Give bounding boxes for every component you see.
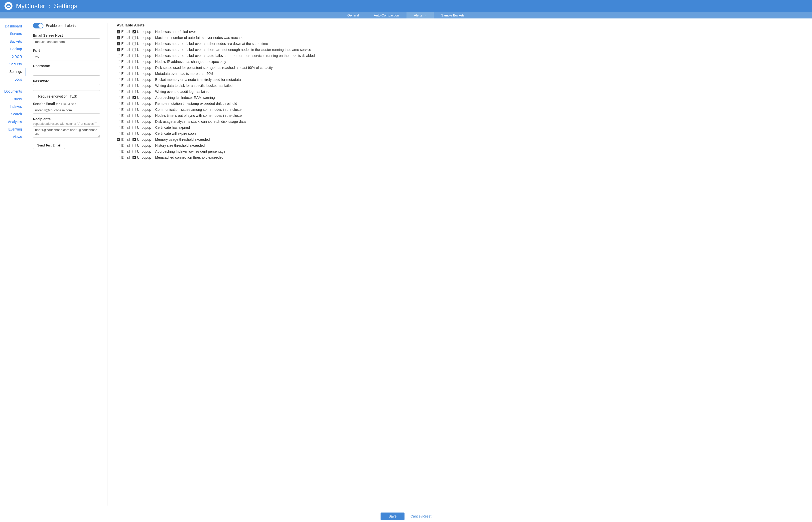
sidebar-item-eventing[interactable]: Eventing xyxy=(0,125,25,133)
sidebar-item-query[interactable]: Query xyxy=(0,95,25,103)
svg-rect-2 xyxy=(8,5,8,5)
alert-row: EmailUI popupCertificate will expire soo… xyxy=(117,132,805,136)
sidebar-item-documents[interactable]: Documents xyxy=(0,87,25,95)
alert-email-checkbox[interactable]: Email xyxy=(117,72,130,76)
tls-checkbox[interactable] xyxy=(33,95,36,98)
alert-email-checkbox[interactable]: Email xyxy=(117,60,130,64)
enable-email-alerts-toggle[interactable] xyxy=(33,23,43,28)
alert-popup-checkbox[interactable]: UI popup xyxy=(133,60,151,64)
alert-description: History size threshold exceeded xyxy=(155,143,205,147)
alert-email-checkbox[interactable]: Email xyxy=(117,132,130,136)
alert-popup-checkbox[interactable]: UI popup xyxy=(133,89,151,94)
alert-row: EmailUI popupRemote mutation timestamp e… xyxy=(117,102,805,105)
alert-popup-checkbox[interactable]: UI popup xyxy=(133,138,151,141)
tab-auto-compaction[interactable]: Auto-Compaction xyxy=(366,12,406,18)
alert-description: Node was auto-failed-over xyxy=(155,30,196,34)
alert-popup-checkbox[interactable]: UI popup xyxy=(133,72,151,76)
tab-general[interactable]: General xyxy=(340,12,366,18)
alert-popup-checkbox[interactable]: UI popup xyxy=(133,143,151,147)
sidebar-item-dashboard[interactable]: Dashboard xyxy=(0,22,25,30)
alert-popup-checkbox[interactable]: UI popup xyxy=(133,149,151,154)
alert-description: Bucket memory on a node is entirely used… xyxy=(155,78,241,82)
alert-email-checkbox[interactable]: Email xyxy=(117,84,130,87)
recipients-input[interactable] xyxy=(33,126,100,138)
svg-rect-3 xyxy=(9,5,9,5)
alert-email-checkbox[interactable]: Email xyxy=(117,138,130,141)
sidebar-item-servers[interactable]: Servers xyxy=(0,30,25,37)
sidebar-item-xdcr[interactable]: XDCR xyxy=(0,53,25,60)
alert-email-checkbox[interactable]: Email xyxy=(117,143,130,147)
alert-email-checkbox[interactable]: Email xyxy=(117,125,130,129)
alert-description: Certificate will expire soon xyxy=(155,132,196,136)
app-logo xyxy=(4,2,13,10)
alert-email-checkbox[interactable]: Email xyxy=(117,114,130,118)
alert-popup-checkbox[interactable]: UI popup xyxy=(133,102,151,105)
alert-popup-checkbox[interactable]: UI popup xyxy=(133,156,151,159)
alert-popup-checkbox[interactable]: UI popup xyxy=(133,42,151,46)
sidebar-item-backup[interactable]: Backup xyxy=(0,45,25,53)
cluster-name[interactable]: MyCluster xyxy=(16,2,45,10)
host-input[interactable] xyxy=(33,38,100,45)
sender-input[interactable] xyxy=(33,107,100,114)
enable-email-alerts-label: Enable email alerts xyxy=(46,24,76,28)
port-input[interactable] xyxy=(33,54,100,60)
alert-popup-checkbox[interactable]: UI popup xyxy=(133,54,151,58)
sidebar-item-analytics[interactable]: Analytics xyxy=(0,118,25,125)
tab-alerts[interactable]: Alerts ⌄ xyxy=(406,12,434,18)
alert-row: EmailUI popupDisk space used for persist… xyxy=(117,66,805,69)
alert-popup-checkbox[interactable]: UI popup xyxy=(133,114,151,118)
username-input[interactable] xyxy=(33,69,100,76)
save-button[interactable]: Save xyxy=(381,513,405,520)
alert-description: Remote mutation timestamp exceeded drift… xyxy=(155,102,237,105)
alert-popup-checkbox[interactable]: UI popup xyxy=(133,66,151,69)
sidebar-item-buckets[interactable]: Buckets xyxy=(0,38,25,45)
alert-email-checkbox[interactable]: Email xyxy=(117,149,130,154)
alert-popup-checkbox[interactable]: UI popup xyxy=(133,96,151,100)
breadcrumb: MyCluster › Settings xyxy=(16,2,77,10)
alert-email-checkbox[interactable]: Email xyxy=(117,107,130,112)
alert-popup-checkbox[interactable]: UI popup xyxy=(133,84,151,87)
alert-email-checkbox[interactable]: Email xyxy=(117,102,130,105)
sidebar-item-search[interactable]: Search xyxy=(0,110,25,118)
alert-popup-checkbox[interactable]: UI popup xyxy=(133,125,151,129)
send-test-email-button[interactable]: Send Test Email xyxy=(33,142,65,149)
alert-email-checkbox[interactable]: Email xyxy=(117,36,130,40)
page-title: Settings xyxy=(54,2,77,10)
sidebar-item-security[interactable]: Security xyxy=(0,60,25,68)
alert-description: Communication issues among some nodes in… xyxy=(155,107,243,112)
alert-email-checkbox[interactable]: Email xyxy=(117,89,130,94)
alert-popup-checkbox[interactable]: UI popup xyxy=(133,107,151,112)
alert-row: EmailUI popupWriting data to disk for a … xyxy=(117,84,805,87)
sidebar-item-settings[interactable]: Settings xyxy=(0,68,25,75)
alert-email-checkbox[interactable]: Email xyxy=(117,78,130,82)
alert-email-checkbox[interactable]: Email xyxy=(117,96,130,100)
alert-email-checkbox[interactable]: Email xyxy=(117,42,130,46)
sender-label: Sender Email the FROM field xyxy=(33,102,100,106)
alert-description: Certificate has expired xyxy=(155,125,190,129)
alert-email-checkbox[interactable]: Email xyxy=(117,66,130,69)
alert-row: EmailUI popupApproaching Indexer low res… xyxy=(117,149,805,154)
alert-email-checkbox[interactable]: Email xyxy=(117,156,130,159)
tab-sample-buckets[interactable]: Sample Buckets xyxy=(434,12,472,18)
alert-popup-checkbox[interactable]: UI popup xyxy=(133,78,151,82)
password-input[interactable] xyxy=(33,84,100,91)
alert-row: EmailUI popupNode was not auto-failed-ov… xyxy=(117,54,805,58)
alert-popup-checkbox[interactable]: UI popup xyxy=(133,120,151,123)
alert-email-checkbox[interactable]: Email xyxy=(117,120,130,123)
alert-email-checkbox[interactable]: Email xyxy=(117,54,130,58)
alert-popup-checkbox[interactable]: UI popup xyxy=(133,132,151,136)
alert-popup-checkbox[interactable]: UI popup xyxy=(133,48,151,52)
sidebar-item-indexes[interactable]: Indexes xyxy=(0,103,25,110)
sidebar-item-logs[interactable]: Logs xyxy=(0,76,25,83)
alert-row: EmailUI popupCommunication issues among … xyxy=(117,107,805,112)
alert-email-checkbox[interactable]: Email xyxy=(117,48,130,52)
alert-row: EmailUI popupMemcached connection thresh… xyxy=(117,156,805,159)
alert-description: Memory usage threshold exceeded xyxy=(155,138,210,141)
alert-email-checkbox[interactable]: Email xyxy=(117,30,130,34)
alert-row: EmailUI popupNode was not auto-failed-ov… xyxy=(117,48,805,52)
sidebar-item-views[interactable]: Views xyxy=(0,133,25,140)
chevron-right-icon: › xyxy=(48,2,50,10)
cancel-reset-link[interactable]: Cancel/Reset xyxy=(410,514,431,518)
alert-popup-checkbox[interactable]: UI popup xyxy=(133,30,151,34)
alert-popup-checkbox[interactable]: UI popup xyxy=(133,36,151,40)
